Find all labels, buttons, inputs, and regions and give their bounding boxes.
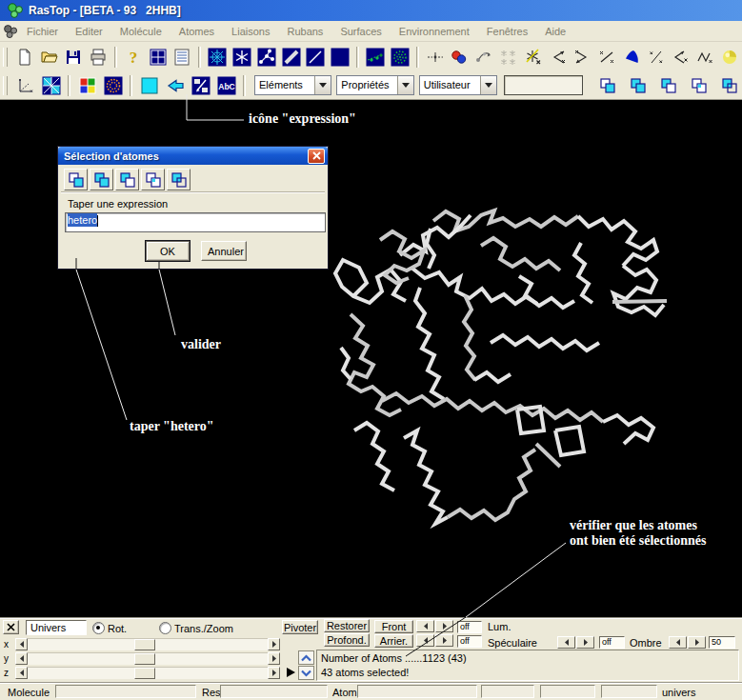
save-icon[interactable] [61, 44, 86, 70]
cell-icon[interactable] [38, 72, 64, 98]
wireframe-icon[interactable] [205, 44, 230, 70]
crosshair-icon[interactable] [423, 44, 448, 70]
yellow-sphere-icon[interactable] [717, 44, 742, 70]
print-icon[interactable] [86, 44, 110, 70]
ok-button[interactable]: OK [146, 241, 190, 261]
hatched-sphere-icon[interactable] [100, 72, 126, 98]
thick-stick-icon[interactable] [279, 44, 304, 70]
arrow-cross-icon[interactable] [669, 44, 693, 70]
export-image-icon[interactable] [188, 72, 213, 98]
angle-in-icon[interactable] [546, 44, 571, 70]
slider-track[interactable] [28, 638, 268, 650]
chevron-down-icon[interactable] [298, 666, 314, 680]
cancel-button[interactable]: Annuler [201, 241, 247, 261]
dialog-title-bar[interactable]: Sélection d'atomes [58, 147, 328, 165]
atoms-pair-icon[interactable] [447, 44, 471, 70]
arrow-left-icon[interactable] [416, 634, 434, 647]
asterisk-icon[interactable] [230, 44, 254, 70]
menu-item[interactable]: Environnement [391, 23, 478, 40]
select-remove-icon[interactable] [655, 72, 681, 98]
menu-item[interactable]: Molécule [111, 23, 170, 40]
expression-field[interactable] [504, 75, 583, 95]
arrier-button[interactable]: Arrier. [374, 634, 413, 648]
select-remove-icon[interactable] [115, 169, 139, 190]
background-color-icon[interactable] [136, 72, 162, 98]
utilisateur-dropdown[interactable]: Utilisateur [419, 75, 497, 95]
angle-out-icon[interactable] [570, 44, 594, 70]
select-toggle-icon[interactable] [716, 72, 742, 98]
arrow-left-icon[interactable] [15, 638, 28, 650]
rot-radio[interactable] [92, 622, 105, 634]
slider-track[interactable] [28, 667, 268, 679]
menu-item[interactable]: Editer [67, 23, 111, 40]
arrow-left-icon[interactable] [15, 667, 28, 679]
arrow-right-icon[interactable] [435, 634, 453, 647]
arrow-right-icon[interactable] [268, 667, 280, 679]
select-toggle-icon[interactable] [167, 169, 191, 190]
slash-cross-icon[interactable] [644, 44, 669, 70]
slider-track[interactable] [28, 652, 268, 665]
chevron-up-icon[interactable] [298, 650, 314, 665]
slider-thumb[interactable] [134, 668, 155, 679]
expression-input[interactable]: hetero [65, 212, 326, 232]
menu-item[interactable]: Liaisons [223, 23, 278, 40]
menu-item[interactable]: Fichier [18, 23, 67, 40]
open-file-icon[interactable] [37, 44, 62, 70]
select-add-icon[interactable] [90, 169, 113, 190]
menu-item[interactable]: Surfaces [331, 23, 390, 40]
axes-icon[interactable] [12, 72, 38, 98]
select-new-icon[interactable] [64, 169, 88, 190]
elements-dropdown[interactable]: Eléments [254, 75, 331, 95]
arrow-left-icon[interactable] [669, 636, 687, 649]
arrow-right-icon[interactable] [576, 636, 594, 649]
dim-asterisks-icon[interactable] [496, 44, 521, 70]
thin-stick-icon[interactable] [304, 44, 329, 70]
select-intersect-icon[interactable] [141, 169, 165, 190]
select-add-icon[interactable] [625, 72, 651, 98]
tile-windows-icon[interactable] [146, 44, 170, 70]
arrow-left-icon[interactable] [15, 652, 28, 665]
star-cross-icon[interactable] [521, 44, 546, 70]
green-dots-icon[interactable] [388, 44, 412, 70]
expression-icon[interactable]: AbC [213, 72, 239, 98]
ballstick-icon[interactable] [254, 44, 279, 70]
front-button[interactable]: Front [374, 620, 413, 633]
spacefill-icon[interactable] [328, 44, 352, 70]
select-intersect-icon[interactable] [686, 72, 712, 98]
arrow-right-icon[interactable] [268, 652, 280, 665]
pivoter-button[interactable]: Pivoter [282, 620, 318, 634]
close-panel-button[interactable] [3, 620, 19, 634]
profond-button[interactable]: Profond. [324, 633, 370, 647]
restorer-button[interactable]: Restorer [324, 619, 370, 632]
distance-cross-icon[interactable] [594, 44, 619, 70]
chevron-down-icon[interactable] [480, 76, 496, 94]
arrow-left-icon[interactable] [557, 636, 575, 649]
play-arrow-icon[interactable] [287, 668, 295, 677]
arrow-right-icon[interactable] [688, 636, 706, 649]
arrow-right-icon[interactable] [268, 638, 280, 650]
arrow-right-icon[interactable] [435, 620, 453, 632]
report-icon[interactable] [170, 44, 195, 70]
new-file-icon[interactable] [12, 44, 37, 70]
select-new-icon[interactable] [594, 72, 620, 98]
close-icon[interactable] [308, 149, 325, 164]
chevron-down-icon[interactable] [314, 76, 331, 94]
arrow-left-icon[interactable] [416, 620, 434, 632]
slider-thumb[interactable] [134, 639, 155, 650]
green-ballstick-icon[interactable] [363, 44, 388, 70]
menu-item[interactable]: Aide [536, 23, 574, 40]
menu-item[interactable]: Atomes [170, 23, 223, 40]
cone-icon[interactable] [619, 44, 644, 70]
title-bar[interactable]: RasTop - [BETA - 93 2HHB] [0, 0, 742, 21]
proprietes-dropdown[interactable]: Propriétés [336, 75, 413, 95]
torsion-cross-icon[interactable] [692, 44, 717, 70]
trans-zoom-radio[interactable] [159, 622, 171, 634]
menu-item[interactable]: Rubans [278, 23, 331, 40]
rotate-molecule-icon[interactable] [471, 44, 496, 70]
palette-icon[interactable] [74, 72, 100, 98]
help-icon[interactable]: ? [121, 44, 146, 70]
menu-item[interactable]: Fenêtres [478, 23, 536, 40]
chevron-down-icon[interactable] [397, 76, 413, 94]
slider-thumb[interactable] [134, 653, 155, 665]
paste-arrow-icon[interactable] [162, 72, 188, 98]
